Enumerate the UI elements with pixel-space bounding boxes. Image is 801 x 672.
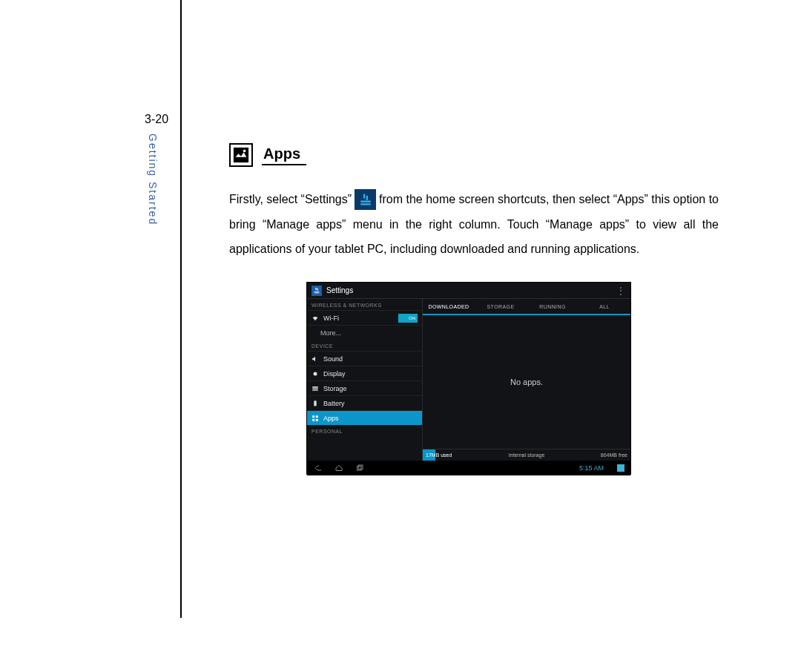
section-heading: Apps: [262, 145, 306, 165]
wireless-header: WIRELESS & NETWORKS: [307, 299, 422, 310]
storage-label: Internal storage: [423, 452, 630, 458]
svg-rect-19: [316, 418, 318, 421]
apps-icon: [229, 143, 253, 167]
sidebar-item-more[interactable]: More...: [307, 325, 422, 340]
display-icon: [312, 370, 319, 378]
personal-header: PERSONAL: [307, 425, 422, 436]
page-number: 3-20: [145, 113, 168, 126]
svg-rect-21: [359, 465, 363, 470]
display-label: Display: [323, 370, 418, 378]
sidebar-item-sound[interactable]: Sound: [307, 351, 422, 366]
svg-rect-20: [357, 467, 362, 471]
recent-icon[interactable]: [355, 464, 365, 472]
svg-rect-7: [317, 288, 317, 290]
battery-label: Battery: [323, 400, 418, 407]
tab-downloaded[interactable]: DOWNLOADED: [423, 299, 475, 314]
svg-rect-5: [360, 204, 371, 205]
svg-rect-9: [314, 292, 320, 293]
svg-rect-14: [314, 401, 316, 406]
margin-rule: [180, 0, 182, 618]
body-line1-a: Firstly, select “Settings”: [229, 188, 352, 212]
tab-all[interactable]: ALL: [578, 299, 630, 314]
tab-storage[interactable]: STORAGE: [475, 299, 527, 314]
device-header: DEVICE: [307, 340, 422, 351]
tab-running[interactable]: RUNNING: [527, 299, 578, 314]
wifi-toggle[interactable]: ON: [398, 314, 418, 323]
storage-used: 17MB used: [423, 452, 452, 458]
svg-rect-11: [312, 386, 318, 388]
sidebar-item-display[interactable]: Display: [307, 366, 422, 381]
sound-label: Sound: [323, 355, 418, 363]
back-icon[interactable]: [313, 464, 323, 472]
wifi-icon: [312, 314, 319, 322]
svg-point-1: [243, 150, 246, 153]
body-line1-b: from the home screen shortcuts, then sel…: [379, 188, 719, 212]
svg-rect-8: [314, 291, 320, 291]
more-label: More...: [320, 329, 418, 337]
body-rest: bring “Manage apps” menu in the right co…: [229, 213, 719, 262]
nav-bar: 5:15 AM: [307, 461, 630, 475]
device-screenshot: Settings ⋮ WIRELESS & NETWORKS Wi-Fi ON …: [306, 282, 631, 475]
status-clock: 5:15 AM: [579, 464, 604, 472]
sidebar-item-battery[interactable]: Battery: [307, 395, 422, 410]
wifi-label: Wi-Fi: [323, 314, 394, 322]
no-apps-label: No apps.: [423, 315, 630, 449]
storage-label: Storage: [323, 385, 418, 392]
svg-rect-12: [312, 388, 318, 389]
settings-sidebar: WIRELESS & NETWORKS Wi-Fi ON More... DEV…: [307, 299, 423, 461]
svg-rect-17: [316, 415, 318, 418]
svg-rect-3: [366, 196, 367, 200]
apps-label: Apps: [323, 415, 418, 422]
status-battery-icon: [617, 464, 624, 472]
svg-rect-16: [312, 415, 314, 418]
svg-rect-2: [363, 194, 365, 199]
sidebar-item-apps[interactable]: Apps: [307, 410, 422, 425]
sound-icon: [312, 355, 319, 363]
storage-bar: 17MB used Internal storage 864MB free: [423, 449, 630, 461]
svg-rect-0: [234, 148, 248, 162]
apps-tabs: DOWNLOADED STORAGE RUNNING ALL: [423, 299, 630, 315]
settings-title: Settings: [326, 286, 616, 294]
svg-rect-13: [312, 390, 318, 391]
svg-point-10: [314, 372, 317, 375]
storage-icon: [312, 385, 319, 392]
sidebar-item-storage[interactable]: Storage: [307, 381, 422, 395]
body-text: Firstly, select “Settings” from the home…: [229, 188, 719, 261]
svg-rect-6: [315, 287, 316, 289]
svg-rect-4: [360, 201, 371, 202]
sidebar-item-wifi[interactable]: Wi-Fi ON: [307, 310, 422, 325]
svg-rect-15: [314, 400, 316, 401]
svg-rect-18: [312, 418, 314, 421]
home-icon[interactable]: [334, 464, 344, 472]
apps-grid-icon: [312, 415, 319, 422]
section-label: Getting Started: [147, 134, 159, 225]
settings-inline-icon: [355, 189, 376, 210]
storage-free: 864MB free: [601, 452, 627, 458]
battery-icon: [312, 400, 319, 407]
settings-app-icon: [312, 286, 322, 296]
overflow-menu-icon[interactable]: ⋮: [616, 289, 626, 293]
